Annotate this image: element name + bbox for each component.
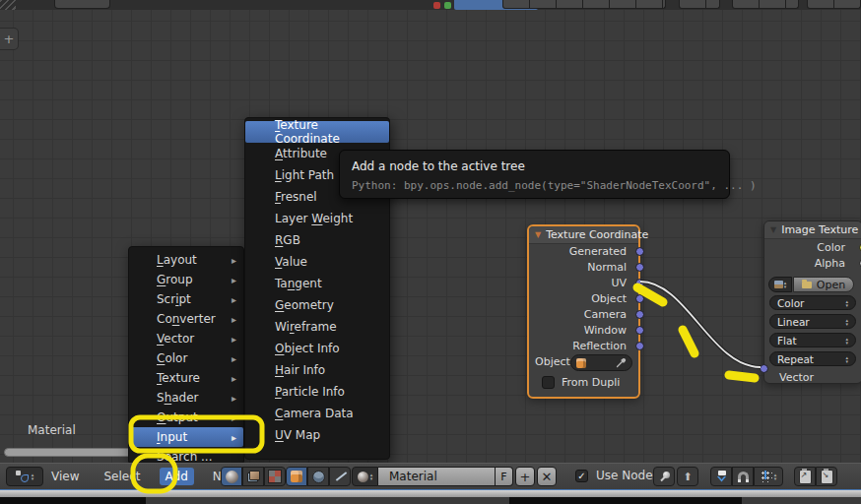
world-shader-toggle[interactable] — [307, 467, 329, 486]
dropdown-value: Color — [777, 297, 804, 309]
submenu-item-uv-map[interactable]: UV Map — [245, 424, 389, 446]
object-shader-toggle[interactable] — [286, 467, 307, 486]
pin-node-tree-button[interactable] — [653, 467, 675, 486]
object-field-label: Object — [535, 355, 567, 368]
stepper-arrows-icon[interactable]: ▴▾ — [845, 299, 848, 307]
stepper-arrows-icon[interactable]: ▴▾ — [845, 337, 848, 345]
stepper-arrows-icon[interactable]: ▴▾ — [32, 472, 34, 480]
compositing-nodes-toggle[interactable] — [242, 467, 264, 486]
paste-nodes-button[interactable] — [816, 467, 837, 486]
snap-element-dropdown[interactable]: ▴▾ — [754, 467, 783, 486]
add-menu-item-group[interactable]: Group▸ — [129, 270, 243, 289]
image-texture-node-header[interactable]: ▼ Image Texture — [764, 221, 861, 239]
browse-material-dropdown[interactable]: ▴▾ — [352, 467, 378, 486]
texture-coordinate-node[interactable]: ▼ Texture Coordinate GeneratedNormalUVOb… — [527, 224, 640, 399]
linestyle-icon — [334, 471, 347, 483]
toolshelf-expand-button[interactable]: + — [0, 28, 19, 50]
stepper-arrows-icon[interactable]: ▴▾ — [845, 318, 848, 326]
menu-item-label: Output — [157, 410, 198, 424]
submenu-item-object-info[interactable]: Object Info — [245, 338, 389, 359]
reflection-output-socket[interactable] — [635, 342, 644, 350]
new-material-button[interactable]: + — [515, 467, 535, 486]
submenu-item-layer-weight[interactable]: Layer Weight — [245, 208, 389, 229]
uv-output-socket[interactable] — [635, 279, 644, 287]
snap-buttons[interactable] — [732, 0, 799, 9]
image-texture-node[interactable]: ▼ Image Texture ColorAlpha ▴▾ Open Color… — [763, 220, 861, 384]
add-menu-item-texture[interactable]: Texture▸ — [129, 368, 243, 388]
submenu-item-value[interactable]: Value — [245, 251, 389, 273]
shader-nodes-toggle[interactable] — [221, 467, 242, 486]
repeat-dropdown[interactable]: Repeat▴▾ — [769, 351, 856, 366]
stepper-arrows-icon[interactable]: ▴▾ — [845, 355, 848, 363]
window-output-socket[interactable] — [635, 326, 644, 335]
node-editor-canvas[interactable]: + Material ▼ Texture Coordinate Generate… — [0, 10, 861, 463]
menu-item-label: Texture Coordinate — [275, 118, 380, 146]
unlink-material-button[interactable]: ✕ — [537, 467, 557, 486]
fake-user-button[interactable]: F — [496, 467, 513, 486]
add-menu-item-search[interactable]: Search ... — [129, 447, 243, 463]
stepper-arrows-icon[interactable]: ▴▾ — [784, 281, 787, 288]
color-dropdown[interactable]: Color▴▾ — [769, 295, 856, 310]
texture-coordinate-node-header[interactable]: ▼ Texture Coordinate — [529, 226, 638, 244]
header-menu-select[interactable]: Select — [98, 468, 146, 485]
texture-nodes-toggle[interactable] — [264, 467, 286, 486]
object-picker-field[interactable] — [570, 354, 632, 371]
normal-output-socket[interactable] — [635, 263, 644, 272]
menu-item-label: UV Map — [275, 428, 320, 442]
material-sphere-icon — [358, 472, 368, 482]
collapse-triangle-icon[interactable]: ▼ — [535, 230, 541, 239]
add-menu-item-vector[interactable]: Vector▸ — [129, 329, 243, 348]
eyedropper-icon[interactable] — [616, 357, 627, 368]
use-nodes-checkbox[interactable]: ✓ — [575, 470, 588, 482]
folder-icon — [802, 282, 812, 288]
add-menu-item-shader[interactable]: Shader▸ — [129, 388, 243, 408]
flat-dropdown[interactable]: Flat▴▾ — [769, 333, 856, 347]
copy-nodes-button[interactable] — [794, 467, 816, 486]
linear-dropdown[interactable]: Linear▴▾ — [769, 314, 856, 329]
snap-grid-icon — [761, 471, 772, 482]
submenu-item-particle-info[interactable]: Particle Info — [245, 381, 389, 403]
header-menu-view[interactable]: View — [45, 468, 85, 485]
go-to-parent-tree-button[interactable]: ⬆ — [677, 467, 698, 486]
editor-type-selector[interactable]: ▴▾ — [6, 467, 43, 486]
image-browse-dropdown[interactable]: ▴▾ — [768, 277, 792, 292]
from-dupli-checkbox[interactable] — [542, 376, 555, 389]
open-image-button[interactable]: Open — [793, 277, 854, 292]
material-name-field[interactable]: Material — [378, 467, 496, 486]
clipboard-copy-icon — [799, 470, 812, 484]
add-menu-item-converter[interactable]: Converter▸ — [129, 309, 243, 329]
layer-buttons[interactable] — [502, 0, 666, 9]
menu-item-label: Geometry — [275, 298, 334, 312]
bottom-dark-segment — [0, 497, 146, 504]
stepper-arrows-icon[interactable]: ▴▾ — [774, 472, 777, 480]
linestyle-shader-toggle[interactable] — [329, 467, 351, 486]
add-menu-item-color[interactable]: Color▸ — [129, 348, 243, 368]
object-output-socket[interactable] — [635, 294, 644, 303]
submenu-item-texture-coordinate[interactable]: Texture Coordinate — [245, 121, 389, 143]
generated-output-socket[interactable] — [635, 247, 644, 256]
add-menu-item-output[interactable]: Output▸ — [129, 408, 243, 427]
submenu-item-hair-info[interactable]: Hair Info — [245, 359, 389, 381]
lock-buttons[interactable] — [679, 0, 720, 9]
collapse-triangle-icon[interactable]: ▼ — [770, 225, 776, 234]
add-menu-item-input[interactable]: Input▸ — [129, 427, 243, 447]
node-title: Texture Coordinate — [546, 228, 648, 241]
camera-output-socket[interactable] — [635, 310, 644, 319]
submenu-item-tangent[interactable]: Tangent — [245, 273, 389, 294]
window-resize-grip[interactable] — [0, 0, 16, 10]
add-menu-item-script[interactable]: Script▸ — [129, 289, 243, 309]
submenu-item-rgb[interactable]: RGB — [245, 229, 389, 251]
submenu-item-camera-data[interactable]: Camera Data — [245, 403, 389, 424]
snap-toggle[interactable] — [732, 467, 754, 486]
stepper-arrows-icon[interactable]: ▴▾ — [370, 472, 373, 480]
info-button[interactable] — [54, 0, 110, 9]
output-row-color: Color — [764, 240, 861, 256]
add-menu-item-layout[interactable]: Layout▸ — [129, 250, 243, 270]
header-menu-add[interactable]: Add — [160, 468, 194, 485]
submenu-item-geometry[interactable]: Geometry — [245, 294, 389, 316]
render-buttons[interactable] — [807, 0, 861, 9]
auto-offset-toggle[interactable] — [710, 467, 732, 486]
vector-input-socket[interactable] — [760, 364, 768, 373]
horizontal-scrollbar[interactable] — [4, 448, 139, 457]
submenu-item-wireframe[interactable]: Wireframe — [245, 316, 389, 338]
